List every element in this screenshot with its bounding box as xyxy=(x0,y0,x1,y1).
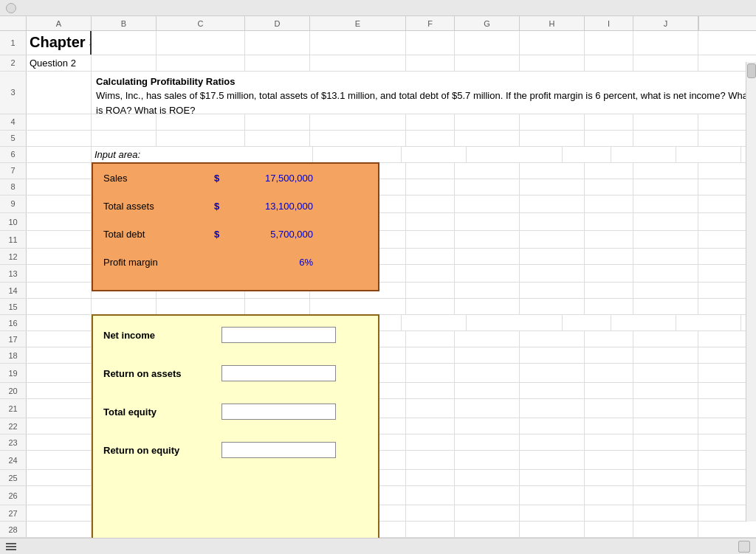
row-num-15: 15 xyxy=(0,299,27,314)
row-num-3: 3 xyxy=(0,72,27,114)
cell-b1[interactable] xyxy=(92,31,157,55)
cell-a1[interactable]: Chapter 3 xyxy=(27,31,92,55)
column-header-row: A B C D E F G H I J xyxy=(0,16,756,31)
row-num-16: 16 xyxy=(0,315,27,330)
col-header-c[interactable]: C xyxy=(157,16,245,30)
cell-c2[interactable] xyxy=(157,55,245,71)
row-num-1: 1 xyxy=(0,31,27,55)
return-on-assets-input[interactable] xyxy=(221,365,336,381)
cell-d2[interactable] xyxy=(245,55,310,71)
profit-margin-value: 6% xyxy=(232,257,313,268)
return-on-assets-label: Return on assets xyxy=(103,368,221,379)
col-header-d[interactable]: D xyxy=(245,16,310,30)
total-equity-input[interactable] xyxy=(221,404,336,420)
cell-h1[interactable] xyxy=(520,31,585,55)
row-num-24: 24 xyxy=(0,451,27,469)
top-bar xyxy=(0,0,756,16)
return-on-assets-row: Return on assets xyxy=(93,354,378,392)
total-equity-row: Total equity xyxy=(93,392,378,431)
output-area-box: Net income Return on assets Total equity… xyxy=(92,314,379,538)
row-num-25: 25 xyxy=(0,470,27,485)
cell-j2[interactable] xyxy=(633,55,698,71)
cell-a3[interactable] xyxy=(27,72,92,114)
resize-icon[interactable] xyxy=(738,541,750,553)
row-num-26: 26 xyxy=(0,486,27,505)
row-num-13: 13 xyxy=(0,265,27,282)
total-debt-row: Total debt $ 5,700,000 xyxy=(93,220,378,248)
input-area-box: Sales $ 17,500,000 Total assets $ 13,100… xyxy=(92,162,379,291)
menu-icon[interactable] xyxy=(6,543,16,550)
total-debt-label: Total debt xyxy=(103,229,214,240)
cell-b6[interactable]: Input area: xyxy=(92,147,313,162)
row-num-22: 22 xyxy=(0,418,27,434)
cell-d1[interactable] xyxy=(245,31,310,55)
row-num-9: 9 xyxy=(0,195,27,212)
vertical-scrollbar[interactable] xyxy=(746,62,756,522)
col-header-f[interactable]: F xyxy=(406,16,455,30)
scroll-thumb[interactable] xyxy=(747,63,756,78)
grid-body: 1 Chapter 3 2 Question 2 xyxy=(0,31,756,538)
total-debt-dollar: $ xyxy=(214,229,232,240)
question-label: Question 2 xyxy=(30,58,76,69)
row-num-8: 8 xyxy=(0,179,27,195)
total-assets-dollar: $ xyxy=(214,201,232,212)
col-header-a[interactable]: A xyxy=(27,16,92,30)
row-num-20: 20 xyxy=(0,383,27,398)
cell-e1[interactable] xyxy=(310,31,406,55)
col-header-h[interactable]: H xyxy=(520,16,585,30)
total-assets-value: 13,100,000 xyxy=(232,201,313,212)
cell-g1[interactable] xyxy=(455,31,520,55)
row-1: 1 Chapter 3 xyxy=(0,31,756,55)
col-header-b[interactable]: B xyxy=(92,16,157,30)
net-income-row: Net income xyxy=(93,316,378,354)
row-num-5: 5 xyxy=(0,131,27,146)
return-on-equity-row: Return on equity xyxy=(93,431,378,469)
row-num-28: 28 xyxy=(0,522,27,537)
row-num-14: 14 xyxy=(0,283,27,298)
cell-j1[interactable] xyxy=(633,31,698,55)
row-num-23: 23 xyxy=(0,434,27,450)
col-header-i[interactable]: I xyxy=(585,16,633,30)
row-num-19: 19 xyxy=(0,364,27,382)
cell-f1[interactable] xyxy=(406,31,455,55)
col-header-g[interactable]: G xyxy=(455,16,520,30)
cell-h2[interactable] xyxy=(520,55,585,71)
row-num-27: 27 xyxy=(0,505,27,521)
desc-bold: Calculating Profitability Ratios xyxy=(96,75,236,89)
scroll-placeholder xyxy=(698,16,709,30)
corner-cell xyxy=(0,16,27,30)
spreadsheet: A B C D E F G H I J 1 Chapter 3 xyxy=(0,0,756,554)
return-on-equity-label: Return on equity xyxy=(103,445,221,456)
sales-dollar: $ xyxy=(214,173,232,184)
row-num-17: 17 xyxy=(0,331,27,347)
row-2: 2 Question 2 xyxy=(0,55,756,72)
cell-e2[interactable] xyxy=(310,55,406,71)
circle-button[interactable] xyxy=(6,3,16,13)
net-income-input[interactable] xyxy=(221,327,336,343)
total-debt-value: 5,700,000 xyxy=(232,229,313,240)
cell-c1[interactable] xyxy=(157,31,245,55)
col-header-j[interactable]: J xyxy=(633,16,698,30)
row-3: 3 Calculating Profitability Ratios Wims,… xyxy=(0,72,756,114)
cell-g2[interactable] xyxy=(455,55,520,71)
desc-cell[interactable]: Calculating Profitability Ratios Wims, I… xyxy=(92,72,756,114)
row-num-10: 10 xyxy=(0,213,27,230)
row-num-4: 4 xyxy=(0,114,27,130)
row-15: 15 xyxy=(0,299,756,315)
profit-margin-label: Profit margin xyxy=(103,257,214,268)
row-num-2: 2 xyxy=(0,55,27,71)
cell-b2[interactable] xyxy=(92,55,157,71)
return-on-equity-input[interactable] xyxy=(221,442,336,458)
total-assets-row: Total assets $ 13,100,000 xyxy=(93,192,378,220)
cell-f2[interactable] xyxy=(406,55,455,71)
row-5: 5 xyxy=(0,131,756,147)
cell-i1[interactable] xyxy=(585,31,633,55)
cell-i2[interactable] xyxy=(585,55,633,71)
row-4: 4 xyxy=(0,114,756,131)
col-header-e[interactable]: E xyxy=(310,16,406,30)
cell-a2[interactable]: Question 2 xyxy=(27,55,92,71)
input-area-label: Input area: xyxy=(94,149,140,160)
row-num-12: 12 xyxy=(0,249,27,264)
sales-label: Sales xyxy=(103,173,214,184)
total-equity-label: Total equity xyxy=(103,406,221,418)
